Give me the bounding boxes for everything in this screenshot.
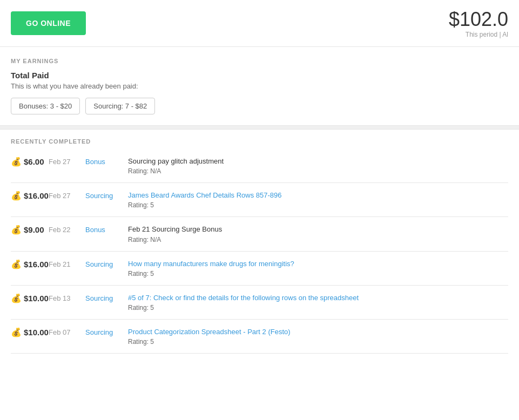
amount-value: $6.00 [24,157,44,166]
tasks-list: 💰$6.00Feb 27BonusSourcing pay glitch adj… [11,149,508,354]
table-row: 💰$16.00Feb 21SourcingHow many manufactur… [11,252,508,286]
badge-item-1: Sourcing: 7 - $82 [85,98,155,114]
task-type: Sourcing [85,191,120,200]
section-divider [0,125,519,130]
earnings-amount: $102.0 [449,8,508,31]
amount-value: $10.00 [24,294,49,303]
task-details: Feb 21 Sourcing Surge BonusRating: N/A [128,225,508,243]
money-bag-icon: 💰 [11,157,22,167]
task-rating: Rating: N/A [128,167,508,175]
task-type: Sourcing [85,327,120,336]
task-details: James Beard Awards Chef Details Rows 857… [128,191,508,209]
task-type: Bonus [85,157,120,166]
top-bar: GO ONLINE $102.0 This period | Al [0,0,519,47]
recently-completed-section: RECENTLY COMPLETED 💰$6.00Feb 27BonusSour… [0,130,519,354]
task-title[interactable]: Product Categorization Spreadsheet - Par… [128,327,508,337]
task-amount: 💰$16.00 [11,259,49,269]
task-type: Sourcing [85,259,120,268]
table-row: 💰$10.00Feb 13Sourcing#5 of 7: Check or f… [11,286,508,320]
task-rating: Rating: 5 [128,304,508,311]
task-title: Feb 21 Sourcing Surge Bonus [128,225,508,234]
amount-value: $16.00 [24,260,49,269]
money-bag-icon: 💰 [11,225,22,235]
go-online-button[interactable]: GO ONLINE [11,11,86,35]
badges-row: Bonuses: 3 - $20Sourcing: 7 - $82 [11,98,508,114]
my-earnings-section: MY EARNINGS Total Paid This is what you … [0,47,519,125]
table-row: 💰$10.00Feb 07SourcingProduct Categorizat… [11,320,508,354]
total-paid-desc: This is what you have already been paid: [11,82,508,90]
table-row: 💰$6.00Feb 27BonusSourcing pay glitch adj… [11,149,508,183]
task-date: Feb 22 [49,225,81,234]
task-details: How many manufacturers make drugs for me… [128,259,508,277]
task-rating: Rating: N/A [128,236,508,243]
task-date: Feb 27 [49,191,81,200]
task-amount: 💰$6.00 [11,157,49,167]
task-amount: 💰$10.00 [11,293,49,303]
task-type: Sourcing [85,293,120,302]
my-earnings-label: MY EARNINGS [11,58,508,64]
table-row: 💰$9.00Feb 22BonusFeb 21 Sourcing Surge B… [11,217,508,251]
task-details: #5 of 7: Check or find the details for t… [128,293,508,311]
task-rating: Rating: 5 [128,270,508,277]
task-amount: 💰$10.00 [11,327,49,337]
task-title: Sourcing pay glitch adjustment [128,157,508,166]
task-amount: 💰$9.00 [11,225,49,235]
money-bag-icon: 💰 [11,327,22,337]
task-title[interactable]: #5 of 7: Check or find the details for t… [128,293,508,303]
task-amount: 💰$16.00 [11,191,49,201]
amount-value: $9.00 [24,225,44,234]
badge-item-0: Bonuses: 3 - $20 [11,98,80,114]
money-bag-icon: 💰 [11,293,22,303]
task-details: Product Categorization Spreadsheet - Par… [128,327,508,346]
task-title[interactable]: James Beard Awards Chef Details Rows 857… [128,191,508,200]
task-title[interactable]: How many manufacturers make drugs for me… [128,259,508,269]
earnings-display: $102.0 This period | Al [449,8,508,38]
recently-completed-label: RECENTLY COMPLETED [11,138,508,145]
task-date: Feb 27 [49,157,81,166]
total-paid-title: Total Paid [11,71,508,80]
earnings-period: This period | Al [449,31,508,38]
amount-value: $16.00 [24,191,49,200]
task-rating: Rating: 5 [128,201,508,209]
table-row: 💰$16.00Feb 27SourcingJames Beard Awards … [11,183,508,217]
money-bag-icon: 💰 [11,259,22,269]
money-bag-icon: 💰 [11,191,22,201]
task-rating: Rating: 5 [128,338,508,346]
task-date: Feb 21 [49,259,81,268]
amount-value: $10.00 [24,328,49,337]
task-details: Sourcing pay glitch adjustmentRating: N/… [128,157,508,175]
task-date: Feb 13 [49,293,81,302]
task-type: Bonus [85,225,120,234]
task-date: Feb 07 [49,327,81,336]
